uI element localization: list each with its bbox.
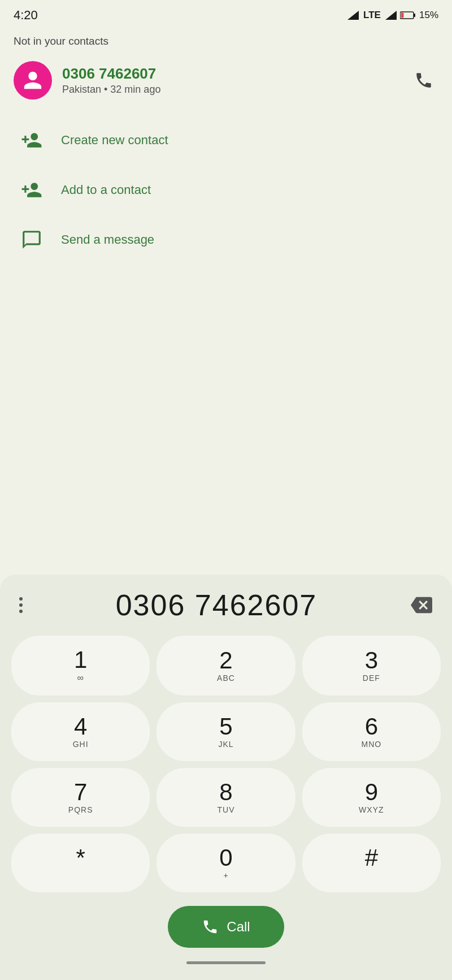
message-icon: [18, 226, 45, 253]
key-0-button[interactable]: 0 +: [157, 834, 295, 892]
key-star-letters: [79, 871, 82, 880]
battery-icon: [400, 11, 416, 20]
person-add-icon: [21, 129, 42, 151]
signal-icon: [347, 11, 359, 20]
key-6-button[interactable]: 6 MNO: [302, 702, 441, 761]
key-star-number: *: [76, 846, 85, 870]
contact-row: 0306 7462607 Pakistan • 32 min ago: [14, 61, 438, 100]
add-contact-icon: [18, 176, 45, 204]
key-9-button[interactable]: 9 WXYZ: [302, 768, 441, 827]
key-4-letters: GHI: [73, 740, 89, 749]
key-9-number: 9: [365, 780, 378, 804]
key-1-button[interactable]: 1 ∞: [11, 636, 150, 696]
key-0-number: 0: [219, 846, 232, 870]
key-1-letters: ∞: [77, 673, 84, 683]
add-to-contact-item[interactable]: Add to a contact: [14, 165, 438, 215]
key-5-button[interactable]: 5 JKL: [157, 702, 295, 761]
contact-number: 0306 7462607: [62, 65, 160, 83]
home-bar: [186, 961, 266, 964]
key-8-button[interactable]: 8 TUV: [157, 768, 295, 827]
dialpad-section: 0306 7462607 1 ∞ 2 ABC 3 DEF 4 GHI 5 JKL: [0, 575, 452, 980]
key-2-button[interactable]: 2 ABC: [157, 636, 295, 696]
keypad: 1 ∞ 2 ABC 3 DEF 4 GHI 5 JKL 6 MNO 7 PQRS…: [0, 631, 452, 901]
status-icons: LTE 15%: [347, 10, 438, 21]
key-6-letters: MNO: [361, 740, 381, 749]
person-icon: [22, 70, 44, 91]
send-message-item[interactable]: Send a message: [14, 215, 438, 265]
key-3-number: 3: [365, 649, 378, 672]
key-7-number: 7: [74, 780, 87, 804]
key-hash-number: #: [365, 846, 378, 870]
call-button[interactable]: Call: [168, 906, 284, 948]
key-1-number: 1: [74, 648, 87, 672]
dialpad-display: 0306 7462607: [116, 588, 318, 622]
key-8-letters: TUV: [217, 805, 234, 814]
svg-marker-0: [347, 11, 359, 20]
key-5-letters: JKL: [218, 740, 233, 749]
create-new-contact-item[interactable]: Create new contact: [14, 115, 438, 165]
not-in-contacts-label: Not in your contacts: [14, 33, 438, 48]
key-2-letters: ABC: [217, 674, 235, 683]
key-3-letters: DEF: [363, 674, 380, 683]
dot-1: [19, 597, 23, 601]
person-add-icon-2: [21, 179, 42, 201]
call-button-row: Call: [0, 901, 452, 957]
contact-info: 0306 7462607 Pakistan • 32 min ago: [62, 65, 160, 96]
key-7-button[interactable]: 7 PQRS: [11, 768, 150, 827]
signal-icon-2: [385, 11, 397, 20]
chat-icon: [21, 229, 42, 251]
key-9-letters: WXYZ: [359, 805, 384, 814]
contact-left: 0306 7462607 Pakistan • 32 min ago: [14, 61, 160, 100]
backspace-button[interactable]: [407, 590, 436, 620]
key-5-number: 5: [219, 715, 232, 739]
lte-label: LTE: [363, 10, 381, 21]
more-options-button[interactable]: [16, 594, 26, 616]
key-2-number: 2: [219, 649, 232, 672]
avatar: [14, 61, 52, 100]
status-bar: 4:20 LTE 15%: [0, 0, 452, 27]
status-time: 4:20: [14, 8, 38, 23]
key-8-number: 8: [219, 780, 232, 804]
top-section: Not in your contacts 0306 7462607 Pakist…: [0, 27, 452, 276]
key-0-letters: +: [223, 871, 228, 880]
key-3-button[interactable]: 3 DEF: [302, 636, 441, 696]
key-4-button[interactable]: 4 GHI: [11, 702, 150, 761]
contact-meta: Pakistan • 32 min ago: [62, 84, 160, 96]
svg-rect-3: [414, 14, 415, 17]
battery-percent: 15%: [419, 10, 438, 21]
phone-icon: [414, 71, 433, 90]
call-button-icon: [202, 918, 219, 935]
key-4-number: 4: [74, 715, 87, 739]
dot-2: [19, 603, 23, 607]
call-back-button[interactable]: [409, 66, 438, 95]
home-indicator: [0, 957, 452, 966]
svg-rect-4: [401, 13, 403, 18]
dot-3: [19, 610, 23, 613]
svg-marker-1: [385, 11, 397, 20]
add-to-contact-label: Add to a contact: [61, 183, 151, 197]
key-star-button[interactable]: *: [11, 834, 150, 892]
key-hash-letters: [370, 871, 373, 880]
call-button-label: Call: [227, 919, 250, 935]
create-contact-icon: [18, 127, 45, 154]
send-message-label: Send a message: [61, 232, 154, 247]
create-new-contact-label: Create new contact: [61, 133, 168, 148]
key-hash-button[interactable]: #: [302, 834, 441, 892]
backspace-icon: [411, 594, 432, 616]
dialpad-header: 0306 7462607: [0, 575, 452, 631]
key-7-letters: PQRS: [68, 805, 93, 814]
key-6-number: 6: [365, 715, 378, 739]
